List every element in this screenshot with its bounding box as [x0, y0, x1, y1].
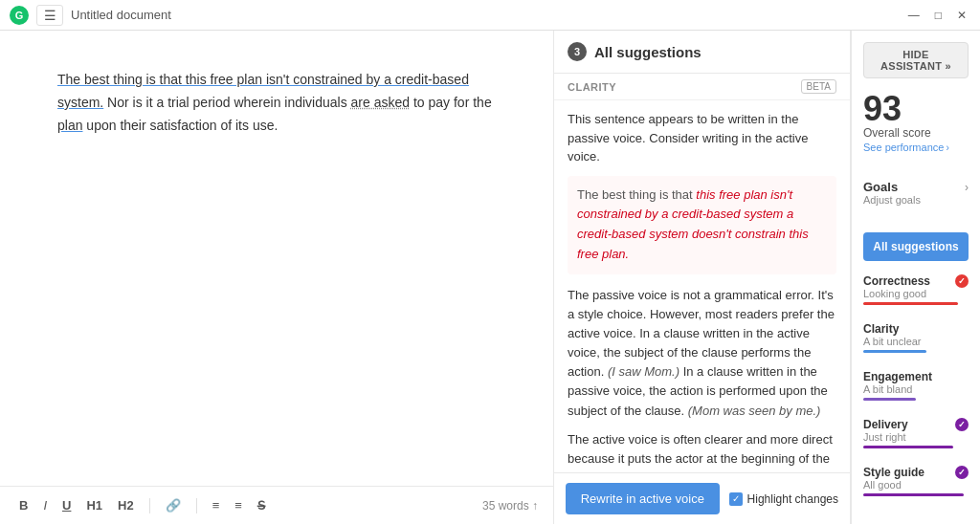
correctness-icon: ✓: [955, 274, 969, 288]
word-count: 35 words ↑: [482, 499, 538, 513]
document-title: Untitled document: [71, 8, 897, 22]
correctness-label: Correctness: [863, 274, 930, 288]
bold-button[interactable]: B: [15, 496, 32, 514]
close-button[interactable]: ✕: [953, 9, 970, 22]
highlight-label: Highlight changes: [747, 492, 838, 506]
see-performance-text: See performance: [863, 142, 944, 153]
delivery-sub: Just right: [863, 431, 969, 443]
panel-footer: Rewrite in active voice ✓ Highlight chan…: [554, 472, 850, 524]
suggestions-panel: 3 All suggestions CLARITY BETA This sent…: [554, 31, 851, 524]
plan-text: plan: [57, 118, 82, 133]
adjust-goals-text: Adjust goals: [863, 194, 969, 206]
panel-body: This sentence appears to be written in t…: [554, 100, 850, 472]
correctness-header: Correctness ✓: [863, 274, 969, 288]
correctness-bar: [863, 302, 958, 305]
all-suggestions-button[interactable]: All suggestions: [863, 232, 969, 261]
goals-chevron-icon: ›: [965, 181, 969, 194]
suggestion-intro: This sentence appears to be written in t…: [568, 110, 836, 166]
style-guide-header: Style guide ✓: [863, 466, 969, 479]
correctness-sub: Looking good: [863, 288, 969, 299]
delivery-icon: ✓: [955, 418, 969, 431]
editor-text: The best thing is that this free plan is…: [57, 69, 496, 137]
minimize-button[interactable]: —: [904, 9, 924, 22]
panel-header: 3 All suggestions: [554, 31, 850, 74]
clarity-bar: [863, 350, 926, 353]
clarity-metric-label: Clarity: [863, 322, 899, 336]
italic-button[interactable]: I: [39, 496, 51, 514]
engagement-sub: A bit bland: [863, 383, 969, 395]
hide-assistant-button[interactable]: HIDE ASSISTANT »: [863, 42, 969, 78]
goals-label: Goals: [863, 180, 898, 194]
goals-row: Goals ›: [863, 180, 969, 194]
delivery-bar: [863, 446, 953, 448]
rewrite-box: The best thing is that this free plan is…: [568, 176, 836, 274]
clarity-metric-sub: A bit unclear: [863, 336, 969, 347]
delivery-header: Delivery ✓: [863, 418, 969, 431]
right-panel: HIDE ASSISTANT » 93 Overall score See pe…: [851, 31, 980, 524]
hamburger-icon: ☰: [44, 8, 56, 23]
score-label: Overall score: [863, 126, 969, 140]
editor-area: The best thing is that this free plan is…: [0, 31, 554, 524]
toolbar-divider-2: [196, 498, 197, 513]
numbered-list-button[interactable]: ≡: [209, 496, 224, 514]
underline-button[interactable]: U: [58, 496, 75, 514]
overall-score: 93: [863, 92, 969, 126]
engagement-label: Engagement: [863, 370, 932, 383]
bullet-list-button[interactable]: ≡: [231, 496, 246, 514]
suggestion-count-badge: 3: [568, 42, 587, 61]
goals-section[interactable]: Goals › Adjust goals: [863, 180, 969, 206]
chevron-right-icon: ›: [946, 142, 948, 153]
style-guide-bar: [863, 493, 964, 496]
clarity-metric: Clarity A bit unclear: [863, 322, 969, 353]
window-controls: — □ ✕: [904, 9, 970, 22]
score-section: 93 Overall score See performance ›: [863, 92, 969, 153]
rewrite-prefix: The best thing is that: [577, 187, 696, 202]
maximize-button[interactable]: □: [931, 9, 946, 22]
h2-button[interactable]: H2: [114, 496, 138, 514]
passive-voice-text: are asked: [351, 95, 410, 110]
correctness-metric: Correctness ✓ Looking good: [863, 274, 969, 305]
style-guide-metric: Style guide ✓ All good: [863, 466, 969, 496]
clarity-header: Clarity: [863, 322, 969, 336]
engagement-header: Engagement: [863, 370, 969, 383]
suggestion-description-2: The active voice is often clearer and mo…: [568, 430, 836, 472]
clarity-row: CLARITY BETA: [554, 74, 850, 100]
style-guide-icon: ✓: [955, 466, 969, 479]
style-guide-label: Style guide: [863, 466, 924, 479]
menu-button[interactable]: ☰: [36, 5, 63, 26]
titlebar: G ☰ Untitled document — □ ✕: [0, 0, 980, 31]
suggestion-description: The passive voice is not a grammatical e…: [568, 286, 836, 421]
app-icon: G: [10, 6, 29, 25]
rewrite-active-voice-button[interactable]: Rewrite in active voice: [566, 483, 720, 514]
editor-toolbar: B I U H1 H2 🔗 ≡ ≡ S̶ 35 words ↑: [0, 486, 553, 524]
strikethrough-button[interactable]: S̶: [254, 496, 269, 514]
main-layout: The best thing is that this free plan is…: [0, 31, 980, 524]
toolbar-divider-1: [149, 498, 150, 513]
style-guide-sub: All good: [863, 479, 969, 491]
engagement-metric: Engagement A bit bland: [863, 370, 969, 401]
h1-button[interactable]: H1: [82, 496, 106, 514]
engagement-bar: [863, 398, 916, 401]
see-performance-link[interactable]: See performance ›: [863, 142, 969, 153]
panel-title: All suggestions: [594, 44, 836, 60]
highlight-changes-toggle[interactable]: ✓ Highlight changes: [729, 492, 838, 506]
clarity-label: CLARITY: [568, 81, 616, 93]
editor-content[interactable]: The best thing is that this free plan is…: [0, 31, 553, 486]
delivery-metric: Delivery ✓ Just right: [863, 418, 969, 448]
highlight-checkbox[interactable]: ✓: [729, 492, 743, 506]
link-button[interactable]: 🔗: [162, 496, 185, 514]
delivery-label: Delivery: [863, 418, 908, 431]
beta-badge: BETA: [801, 79, 836, 94]
